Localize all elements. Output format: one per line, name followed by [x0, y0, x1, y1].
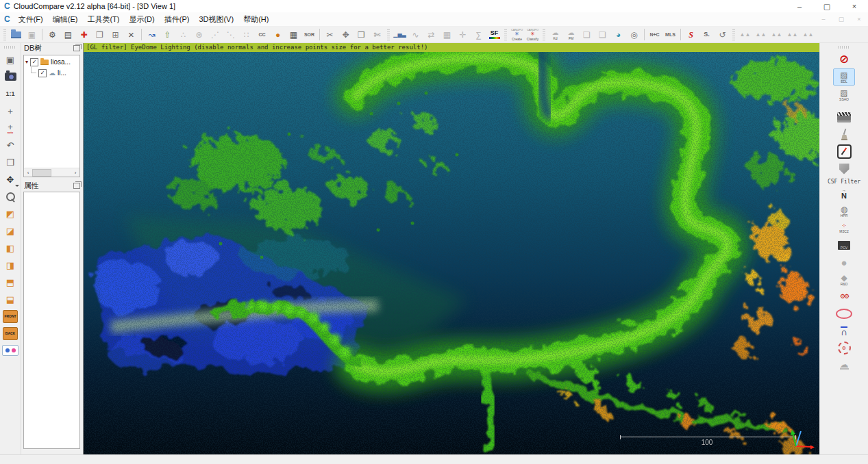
- cross-section-b-button[interactable]: ⋱: [223, 27, 238, 42]
- screenshot-button[interactable]: [1, 68, 19, 85]
- float-panel-button[interactable]: [73, 183, 80, 189]
- subsample-button[interactable]: ∴: [175, 27, 191, 42]
- save-file-button[interactable]: ▣: [24, 27, 40, 42]
- menu-plugins[interactable]: 插件(P): [160, 14, 195, 25]
- mdi-window-controls[interactable]: – ▢ ×: [815, 16, 868, 23]
- mdi-restore-button[interactable]: ▢: [832, 16, 850, 23]
- treeiso-plugin-button[interactable]: ∩: [834, 323, 854, 339]
- wire-globe-button[interactable]: ◎: [626, 27, 642, 42]
- fm-plugin-button[interactable]: ☁FM: [563, 27, 579, 42]
- ransac-plugin-button[interactable]: ◆R&D: [834, 272, 854, 287]
- view-left-button[interactable]: ⬒: [1, 274, 19, 290]
- menu-tools[interactable]: 工具类(T): [82, 14, 124, 25]
- auto-pick-center-button[interactable]: +auto: [1, 120, 19, 136]
- sf-minmax-button[interactable]: ⇄: [423, 27, 439, 42]
- view-top-button[interactable]: ◩: [1, 205, 19, 222]
- poisson-plugin-button[interactable]: ●: [834, 255, 854, 270]
- scroll-right-arrow[interactable]: ›: [71, 170, 79, 176]
- visibility-checkbox[interactable]: ✓: [38, 69, 47, 77]
- hough-normals-plugin-button[interactable]: →N: [834, 186, 854, 202]
- histogram-button[interactable]: ▁▅▃: [392, 27, 408, 42]
- hpr-plugin-button[interactable]: ◍HPR: [834, 203, 854, 219]
- view-back-button[interactable]: ◨: [1, 257, 19, 273]
- tree-item-label[interactable]: liosa...: [51, 58, 71, 66]
- kd-tree-button[interactable]: ☁Kd: [547, 27, 563, 42]
- tree-item-cloud[interactable]: ✓ ☁ li...: [24, 68, 79, 79]
- render-settings-button[interactable]: ▣: [1, 51, 19, 68]
- broom-plugin-button[interactable]: [834, 127, 854, 142]
- plugin-peaks-1-button[interactable]: ▲▲: [737, 27, 753, 42]
- visibility-checkbox[interactable]: ✓: [30, 58, 38, 66]
- align-point-pairs-button[interactable]: ∷: [238, 27, 254, 42]
- minimize-button[interactable]: –: [786, 2, 813, 10]
- translate-rotate-button[interactable]: ✥: [338, 27, 354, 42]
- sf-histogram-button[interactable]: ▦: [439, 27, 455, 42]
- pan-mode-button[interactable]: ✥: [1, 171, 19, 188]
- clone-button[interactable]: ❐: [92, 27, 108, 42]
- view-iso-back-button[interactable]: BACK: [1, 325, 19, 341]
- segment-scissors-button[interactable]: ✂: [322, 27, 338, 42]
- normals-curvature-button[interactable]: N+C: [647, 27, 662, 42]
- spline-button[interactable]: S: [683, 27, 699, 42]
- csf-plugin-button[interactable]: [834, 161, 854, 177]
- export-bin-button[interactable]: ❏: [579, 27, 595, 42]
- rotate-view-button[interactable]: ↶: [1, 137, 19, 153]
- delete-button[interactable]: ×: [123, 27, 139, 42]
- plugin-peaks-3-button[interactable]: ▲▲: [769, 27, 784, 42]
- clipping-box-button[interactable]: ❒: [354, 27, 369, 42]
- virtual-broom-plugin-button[interactable]: ☁: [834, 357, 854, 373]
- compass-plugin-button[interactable]: [834, 144, 854, 159]
- menu-file[interactable]: 文件(F): [14, 14, 48, 25]
- plugin-peaks-2-button[interactable]: ▲▲: [753, 27, 769, 42]
- float-panel-button[interactable]: [73, 45, 80, 51]
- canupo-create-button[interactable]: CANUPO✳Create: [509, 27, 525, 42]
- menu-3dview[interactable]: 3D视图(V): [194, 14, 238, 25]
- mdi-close-button[interactable]: ×: [850, 16, 868, 23]
- scrollbar-thumb[interactable]: [32, 169, 51, 177]
- export-csv-button[interactable]: ❏: [595, 27, 610, 42]
- stereo-mode-button[interactable]: [1, 342, 19, 359]
- spline-fit-button[interactable]: S.: [699, 27, 715, 42]
- zoom-mode-button[interactable]: [1, 188, 19, 205]
- view-right-button[interactable]: ⬓: [1, 291, 19, 307]
- m3c2-plugin-button[interactable]: ⁘M3C2: [834, 220, 854, 236]
- remove-gl-filter-button[interactable]: ⊘: [834, 51, 854, 67]
- view-front-button[interactable]: ◧: [1, 240, 19, 256]
- pick-rotation-center-button[interactable]: +: [1, 103, 19, 119]
- rasterize-button[interactable]: ▦: [286, 27, 301, 42]
- ellipse-plugin-button[interactable]: [834, 306, 854, 322]
- edl-filter-button[interactable]: ▨EDL: [833, 68, 855, 86]
- mdi-minimize-button[interactable]: –: [815, 16, 832, 23]
- curve-fit-button[interactable]: ∿: [408, 27, 423, 42]
- align-cc-button[interactable]: CC: [254, 27, 270, 42]
- cross-section-a-button[interactable]: ⋰: [207, 27, 223, 42]
- mls-smoothing-button[interactable]: MLS: [662, 27, 678, 42]
- point-list-picking-button[interactable]: ✚: [76, 27, 92, 42]
- toolbar-drag-handle[interactable]: [3, 29, 6, 40]
- expand-arrow-icon[interactable]: ▾: [25, 59, 28, 65]
- zoom-1-1-button[interactable]: 1:1: [1, 86, 19, 102]
- view-iso-front-button[interactable]: FRONT: [1, 308, 19, 324]
- animation-plugin-button[interactable]: [834, 109, 854, 125]
- pcv-plugin-button[interactable]: PCV: [834, 237, 854, 253]
- sf-rainbow-button[interactable]: SF: [486, 27, 502, 42]
- global-shift-button[interactable]: ⚙: [45, 27, 60, 42]
- properties-list-button[interactable]: ▤: [60, 27, 76, 42]
- close-button[interactable]: ×: [841, 2, 868, 10]
- cloud-cloud-distance-button[interactable]: ●: [270, 27, 286, 42]
- sra-plugin-button[interactable]: ⚙⚙: [834, 289, 854, 305]
- pie-sphere-button[interactable]: ◕: [610, 27, 626, 42]
- maximize-button[interactable]: ▢: [813, 2, 841, 11]
- crop-button[interactable]: ✄: [369, 27, 385, 42]
- trace-polyline-button[interactable]: ↝: [144, 27, 160, 42]
- tree-item-label[interactable]: li...: [58, 69, 66, 77]
- ssao-filter-button[interactable]: ▨SSAO: [834, 87, 854, 103]
- tree-horizontal-scrollbar[interactable]: ‹ ›: [24, 168, 79, 177]
- 3d-view[interactable]: [GL filter] EyeDome Lighting (disable no…: [83, 43, 819, 454]
- menu-display[interactable]: 显示(D): [124, 14, 159, 25]
- merge-button[interactable]: ⊞: [108, 27, 123, 42]
- menu-edit[interactable]: 编辑(E): [48, 14, 83, 25]
- toolbar-drag-handle[interactable]: [4, 46, 16, 49]
- tree-item-group[interactable]: ▾ ✓ liosa...: [24, 57, 79, 68]
- octree-button[interactable]: ⊛: [191, 27, 207, 42]
